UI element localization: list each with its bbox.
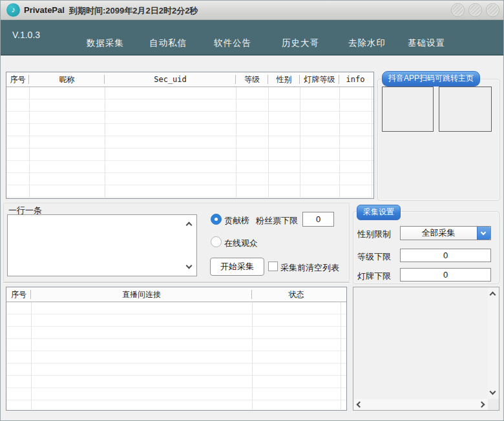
col-index[interactable]: 序号 [6,72,29,87]
gender-limit-label: 性别限制 [357,229,391,240]
scroll-down-icon[interactable] [490,389,496,395]
app-logo-music-note-icon: ♪ [6,3,20,17]
minimize-button[interactable] [451,3,465,17]
room-links-textarea[interactable] [8,215,196,276]
app-window: ♪ PrivatePal 到期时间:2099年2月2日2时2分2秒 V.1.0.… [0,0,504,421]
scroll-right-icon[interactable] [479,402,485,408]
nav-item-data-collect[interactable]: 数据采集 [87,37,124,49]
column-divider [268,87,269,198]
col-level[interactable]: 等级 [236,72,268,87]
dropdown-arrow-button[interactable] [477,227,490,240]
radio-selected-dot [215,218,218,221]
col-lamp-level[interactable]: 灯牌等级 [300,72,339,87]
col-info[interactable]: info [339,72,372,87]
scroll-left-icon[interactable] [357,402,363,408]
nav-bar: V.1.0.3 数据采集 自动私信 软件公告 历史大哥 去除水印 基础设置 [1,20,503,56]
qr-scan-hint-badge: 抖音APP扫码可跳转主页 [382,71,480,87]
col-nickname[interactable]: 昵称 [29,72,105,87]
nav-item-auto-message[interactable]: 自动私信 [149,37,187,49]
room-links-textarea-wrap [7,214,197,276]
expire-time-text: 到期时间:2099年2月2日2时2分2秒 [69,5,198,17]
clear-list-checkbox[interactable] [268,262,278,271]
user-table-header: 序号 昵称 Sec_uid 等级 性别 灯牌等级 info [6,72,373,87]
column-divider [300,87,300,198]
room-table-body[interactable] [6,302,346,410]
nav-item-watermark-remove[interactable]: 去除水印 [348,37,386,49]
gender-limit-select[interactable]: 全部采集 [400,226,491,240]
column-divider [31,302,32,409]
column-divider [339,87,340,198]
radio-online-label[interactable]: 在线观众 [224,238,258,249]
start-collect-button[interactable]: 开始采集 [210,258,264,276]
nav-item-announcement[interactable]: 软件公告 [214,37,251,49]
clear-list-checkbox-label[interactable]: 采集前清空列表 [280,262,339,274]
user-table-body[interactable] [6,87,373,198]
radio-online-viewers[interactable] [211,236,222,247]
column-divider [105,87,105,198]
nav-item-basic-settings[interactable]: 基础设置 [408,37,445,49]
room-table-header: 序号 直播间连接 状态 [6,287,346,302]
column-divider [252,302,253,409]
lamp-limit-label: 灯牌下限 [357,271,391,282]
fans-ticket-limit-input[interactable] [302,212,334,227]
col-room-link[interactable]: 直播间连接 [31,287,252,302]
qr-code-box-2 [439,87,492,132]
app-title: PrivatePal [24,5,65,15]
column-divider [29,87,30,198]
col-sec-uid[interactable]: Sec_uid [105,72,236,87]
maximize-button[interactable] [468,3,482,17]
radio-contribution-list[interactable] [211,214,222,225]
vertical-scrollbar[interactable] [488,287,499,399]
title-bar: ♪ PrivatePal 到期时间:2099年2月2日2时2分2秒 [1,1,503,20]
column-divider [372,87,372,198]
qr-code-box-1 [382,87,434,132]
version-label: V.1.0.3 [12,30,40,40]
col-gender[interactable]: 性别 [268,72,300,87]
room-table[interactable]: 序号 直播间连接 状态 [6,287,347,411]
level-limit-label: 等级下限 [357,251,391,263]
close-button[interactable] [486,3,499,17]
col-room-status[interactable]: 状态 [252,287,341,302]
chevron-down-icon [481,230,486,235]
scroll-up-icon[interactable] [490,292,496,298]
scrollbar-corner [488,399,499,410]
user-table[interactable]: 序号 昵称 Sec_uid 等级 性别 灯牌等级 info [6,72,374,199]
gender-limit-value: 全部采集 [401,227,476,240]
col-room-index[interactable]: 序号 [6,287,31,302]
collect-settings-badge: 采集设置 [357,205,401,220]
column-divider [341,302,341,409]
log-box[interactable] [353,287,499,411]
nav-item-history[interactable]: 历史大哥 [282,37,319,49]
level-limit-input[interactable] [400,249,491,262]
section-divider [3,282,350,283]
fans-ticket-limit-label: 粉丝票下限 [256,215,298,227]
horizontal-scrollbar[interactable] [353,399,488,410]
column-divider [236,87,236,198]
radio-contribution-label[interactable]: 贡献榜 [224,215,249,227]
lamp-limit-input[interactable] [400,268,491,282]
